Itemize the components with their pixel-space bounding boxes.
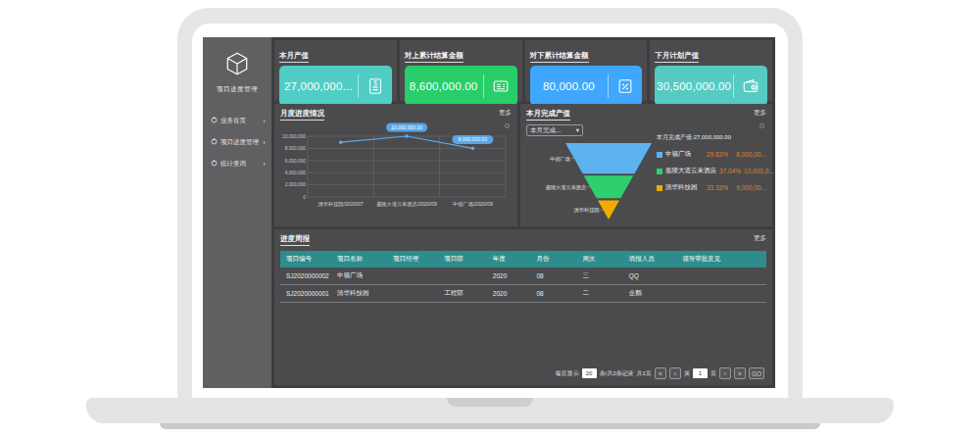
legend-row-0[interactable]: 中福广场29.63%8,000,00... <box>657 146 766 163</box>
table-row-1[interactable]: SJ2020000001清华科技园工程部202008二企鹅 <box>280 285 766 303</box>
panel-title: 进度周报 <box>280 234 310 246</box>
page-post-label: 页 <box>710 369 716 378</box>
more-link[interactable]: 更多 <box>754 234 766 243</box>
funnel-legend: 本月完成产值:27,000,000.00 中福广场29.63%8,000,00.… <box>657 133 766 196</box>
panel-title: 月度进度情况 <box>280 109 324 121</box>
completed-output-panel: 本月完成产值 更多 本月完成... ▾ 中福广场嘉陵大道云来酒店清华科技园 <box>520 104 772 226</box>
laptop-bezel: 项目进度管理 业务首页›项目进度管理›统计查询› 本月产值 27,000,000… <box>177 8 803 400</box>
sidebar: 项目进度管理 业务首页›项目进度管理›统计查询› <box>203 37 271 388</box>
kpi-value: 30,500,000.00 <box>655 80 733 92</box>
svg-text:4,000,000: 4,000,000 <box>285 171 307 175</box>
table-cell <box>387 285 438 303</box>
kpi-title: 对上累计结算金额 <box>405 51 464 63</box>
pagination-bar: 每页显示 条/共2条记录 共1页 « ‹ 第 页 › » GO <box>556 367 764 379</box>
sidebar-menu: 业务首页›项目进度管理›统计查询› <box>203 110 271 174</box>
svg-text:8,000,000: 8,000,000 <box>285 146 307 151</box>
legend-swatch <box>657 152 662 158</box>
go-button[interactable]: GO <box>749 367 764 379</box>
chevron-right-icon: › <box>263 117 266 125</box>
kpi-card-downstream-settlement: 80,000.00 <box>530 66 643 106</box>
col-header-0: 项目编号 <box>280 251 331 268</box>
laptop-base <box>86 398 894 423</box>
monthly-progress-line-chart: 02,000,0004,000,0006,000,0008,000,00010,… <box>280 121 512 217</box>
bill-icon: $ <box>359 77 392 95</box>
records-label: 条/共2条记录 <box>600 369 634 378</box>
kpi-value: 27,000,000... <box>279 80 358 92</box>
svg-text:嘉陵大道云来酒店/2020/09: 嘉陵大道云来酒店/2020/09 <box>376 201 437 208</box>
prev-page-button[interactable]: ‹ <box>669 367 681 379</box>
sidebar-item-label: 项目进度管理 <box>220 138 259 147</box>
table-cell: 2020 <box>487 268 531 285</box>
table-row-0[interactable]: SJ2020000002中福广场202008三QQ <box>280 268 766 285</box>
pages-label: 共1页 <box>637 369 652 378</box>
funnel-slice-label: 嘉陵大道云来酒店 <box>546 184 587 191</box>
legend-total: 本月完成产值:27,000,000.00 <box>657 133 766 142</box>
laptop-base-edge <box>160 423 820 429</box>
table-cell <box>676 268 766 285</box>
svg-text:中福广场/2020/09: 中福广场/2020/09 <box>453 201 493 208</box>
panel-title: 本月完成产值 <box>526 109 570 121</box>
next-page-button[interactable]: › <box>719 367 731 379</box>
weekly-report-panel: 进度周报 更多 项目编号项目名称项目经理项目部年度月份周次填报人员领导审批意见 … <box>274 229 772 385</box>
main-content: 本月产值 27,000,000... $ <box>271 37 775 388</box>
col-header-7: 填报人员 <box>623 251 677 268</box>
app-logo-cube-icon <box>224 51 250 80</box>
svg-text:6,000,000: 6,000,000 <box>285 159 307 164</box>
monthly-progress-panel: 月度进度情况 更多 02,000,0004,000,0006,000,0008,… <box>274 104 517 226</box>
table-cell: 企鹅 <box>623 285 677 303</box>
legend-percent: 33.33% <box>701 184 728 191</box>
table-cell: 08 <box>530 285 576 303</box>
table-cell <box>387 268 438 285</box>
kpi-card-monthly-output: 27,000,000... $ <box>279 66 392 106</box>
legend-row-2[interactable]: 清华科技园33.33%9,000,00... <box>657 179 766 196</box>
laptop-mockup: 项目进度管理 业务首页›项目进度管理›统计查询› 本月产值 27,000,000… <box>0 0 980 439</box>
kpi-row: 本月产值 27,000,000... $ <box>274 40 772 101</box>
ledger-icon <box>484 77 517 95</box>
more-link[interactable]: 更多 <box>754 109 766 118</box>
first-page-button[interactable]: « <box>655 367 666 379</box>
laptop-screen: 项目进度管理 业务首页›项目进度管理›统计查询› 本月产值 27,000,000… <box>192 24 788 400</box>
table-cell <box>676 285 766 303</box>
legend-value: 8,000,00... <box>731 151 766 158</box>
calculator-icon <box>609 77 642 95</box>
sidebar-item-0[interactable]: 业务首页› <box>203 110 271 131</box>
legend-name: 清华科技园 <box>665 183 698 192</box>
sidebar-item-1[interactable]: 项目进度管理› <box>203 131 271 153</box>
chevron-right-icon: › <box>263 138 266 147</box>
table-cell: SJ2020000001 <box>280 285 331 303</box>
per-page-input[interactable] <box>582 368 597 378</box>
last-page-button[interactable]: » <box>734 367 746 379</box>
legend-row-1[interactable]: 嘉陵大道云来酒店37.04%10,000,0... <box>657 163 766 179</box>
wallet-icon: $ <box>734 77 767 95</box>
kpi-card-next-month-plan: 30,500,000.00 $ <box>655 66 767 106</box>
table-header-row: 项目编号项目名称项目经理项目部年度月份周次填报人员领导审批意见 <box>280 251 766 268</box>
ring-icon <box>211 117 218 124</box>
charts-row: 月度进度情况 更多 02,000,0004,000,0006,000,0008,… <box>274 104 772 226</box>
funnel-slice-label: 中福广场 <box>550 156 570 163</box>
col-header-8: 领导审批意见 <box>676 251 766 268</box>
chevron-down-icon: ▾ <box>576 126 579 134</box>
per-page-label: 每页显示 <box>556 369 579 378</box>
kpi-panel-upstream-settlement: 对上累计结算金额 8,600,000.00 <box>400 40 522 101</box>
table-cell: 中福广场 <box>331 268 387 285</box>
more-link[interactable]: 更多 <box>499 109 512 118</box>
svg-text:10,000,000.00: 10,000,000.00 <box>391 124 422 130</box>
sidebar-item-2[interactable]: 统计查询› <box>203 153 271 174</box>
table-cell: QQ <box>623 268 677 285</box>
chart-toolbox-icon[interactable] <box>760 123 764 128</box>
data-point <box>405 134 409 138</box>
laptop-base-notch <box>447 398 533 407</box>
svg-text:8,000,000.00: 8,000,000.00 <box>459 136 487 142</box>
ring-icon <box>211 160 218 168</box>
table-cell <box>438 268 487 285</box>
page-number-input[interactable] <box>693 368 708 378</box>
kpi-value: 80,000.00 <box>530 80 609 92</box>
legend-value: 10,000,0... <box>744 168 774 174</box>
table-cell: SJ2020000002 <box>280 268 331 285</box>
table-cell: 二 <box>577 285 623 303</box>
legend-swatch <box>657 185 662 191</box>
chart-toolbox-icon[interactable] <box>505 123 510 128</box>
legend-percent: 29.63% <box>701 151 728 158</box>
kpi-panel-next-month-plan: 下月计划产值 30,500,000.00 $ <box>650 40 772 101</box>
col-header-4: 年度 <box>487 251 531 268</box>
